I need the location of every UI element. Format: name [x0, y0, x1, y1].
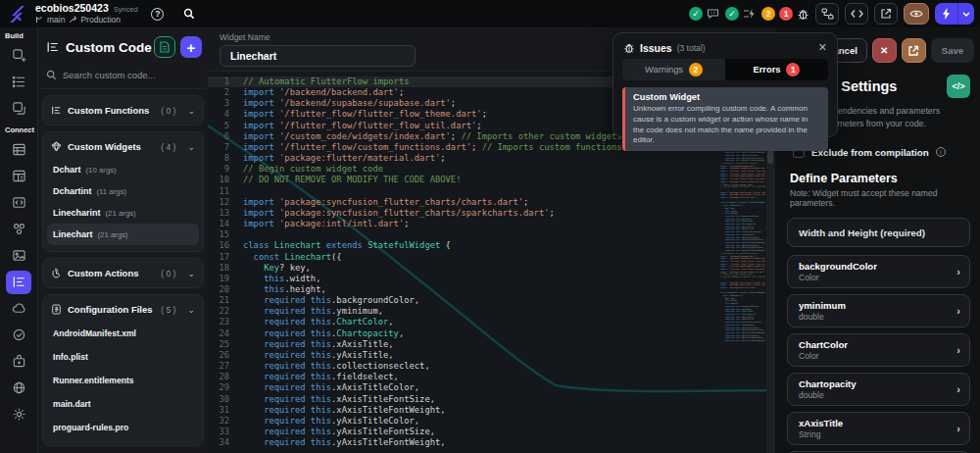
section-configuration-files: Configuration Files ( 5 ) ⌄ AndroidManif… — [42, 294, 204, 446]
top-bar: ecobios250423 Synced main Production ? — [0, 0, 980, 27]
widget-tree-button[interactable] — [815, 3, 839, 25]
nav-connect-label: Connect — [0, 126, 34, 134]
open-external-button[interactable] — [874, 3, 898, 25]
section-header-widgets[interactable]: Custom Widgets ( 4 ) ⌄ — [43, 134, 203, 159]
nav-build-label: Build — [0, 31, 24, 40]
nav-automated-tests[interactable] — [6, 324, 31, 347]
section-header-functions[interactable]: Custom Functions ( 0 ) ⌄ — [43, 98, 203, 123]
parameter-list: backgroundColor Color › yminimum double … — [787, 255, 970, 453]
hierarchy-icon — [821, 8, 834, 20]
issues-title: Issues — [640, 42, 672, 54]
tab-errors[interactable]: Errors 1 — [725, 59, 828, 80]
define-parameters-note: Note: Widget must accept these named par… — [775, 185, 980, 208]
tab-warnings[interactable]: Warnings 2 — [622, 59, 725, 80]
code-settings-button[interactable]: </> — [947, 75, 970, 98]
nav-app-distribution[interactable] — [6, 350, 31, 374]
eye-icon — [909, 9, 923, 19]
section-custom-widgets: Custom Widgets ( 4 ) ⌄ Dchart (10 args) … — [42, 131, 204, 252]
nav-api-calls[interactable] — [6, 191, 31, 215]
open-editor-button[interactable] — [902, 38, 926, 63]
custom-code-icon — [46, 40, 60, 54]
discard-button[interactable]: ✕ — [872, 38, 897, 63]
run-button[interactable] — [935, 3, 974, 25]
nav-integrations[interactable] — [6, 218, 31, 241]
issues-total: (3 total) — [677, 43, 706, 53]
save-button[interactable]: Save — [931, 38, 974, 63]
project-info[interactable]: ecobios250423 Synced main Production — [35, 3, 138, 25]
external-link-icon — [880, 8, 892, 20]
issues-indicator[interactable]: 2 1 — [761, 7, 809, 21]
widget-list-item[interactable]: Linecharint (21 args) — [47, 202, 199, 224]
search-button[interactable] — [177, 2, 201, 25]
nav-settings[interactable] — [6, 403, 31, 427]
optimize-icon — [743, 8, 756, 20]
section-custom-functions: Custom Functions ( 0 ) ⌄ — [42, 95, 204, 126]
chevron-down-icon: ⌄ — [187, 269, 195, 278]
preview-button[interactable] — [904, 3, 929, 25]
close-icon[interactable]: ✕ — [818, 41, 827, 54]
help-button[interactable]: ? — [146, 2, 170, 25]
status-optimize[interactable]: ✓ — [725, 7, 756, 21]
errors-badge: 1 — [779, 7, 793, 21]
parameter-card[interactable]: ChartColor Color › — [787, 333, 970, 367]
config-file-item[interactable]: Runner.entitlements — [47, 369, 199, 392]
widget-name-input[interactable]: Linechart — [220, 45, 416, 67]
parameter-card[interactable]: backgroundColor Color › — [787, 255, 970, 288]
check-icon: ✓ — [725, 7, 739, 21]
parameter-card[interactable]: xAxisTitle String › — [787, 412, 970, 445]
parameter-card[interactable]: Chartopacity double › — [787, 373, 970, 406]
info-icon[interactable]: i — [936, 147, 946, 157]
config-file-item[interactable]: AndroidManifest.xml — [47, 322, 199, 345]
config-file-item[interactable]: proguard-rules.pro — [47, 416, 199, 439]
flutterflow-logo[interactable] — [0, 0, 33, 27]
external-link-icon — [907, 45, 919, 57]
search-custom-code[interactable]: Search custom code... — [38, 64, 208, 89]
width-height-parameter[interactable]: Width and Height (required) — [787, 218, 970, 247]
nav-rail: Build Connect — [0, 27, 37, 453]
chevron-down-icon[interactable] — [958, 3, 974, 25]
nav-database[interactable] — [6, 138, 31, 162]
config-file-item[interactable]: Info.plist — [47, 345, 199, 369]
bug-icon — [797, 8, 809, 21]
check-icon: ✓ — [689, 7, 703, 21]
error-message: Unknown error compiling custom code. A c… — [633, 104, 820, 146]
widget-list-item[interactable]: Linechart (21 args) — [47, 224, 199, 245]
search-icon — [46, 70, 57, 80]
nav-page-elements[interactable] — [6, 71, 31, 94]
nav-pages[interactable] — [6, 97, 31, 121]
config-file-item[interactable]: main.dart — [47, 392, 199, 416]
nav-media-assets[interactable] — [6, 244, 31, 268]
chevron-down-icon: ⌄ — [187, 142, 195, 152]
nav-widget-add[interactable] — [6, 44, 31, 68]
branch-name[interactable]: main — [47, 16, 65, 25]
parameter-card[interactable]: yminimum double › — [787, 294, 970, 327]
flutterflow-app: ecobios250423 Synced main Production ? — [0, 0, 980, 453]
custom-code-panel: Custom Code + Search custom code... Cust… — [37, 27, 208, 453]
section-header-config[interactable]: Configuration Files ( 5 ) ⌄ — [43, 297, 203, 322]
view-code-button[interactable] — [845, 3, 868, 25]
panel-title: Custom Code — [66, 40, 152, 55]
warnings-badge: 2 — [761, 7, 775, 21]
section-header-actions[interactable]: Custom Actions ( 0 ) ⌄ — [43, 261, 203, 285]
nav-web-publishing[interactable] — [6, 377, 31, 400]
widget-list-item[interactable]: Dchartint (11 args) — [47, 180, 199, 202]
sync-status: Synced — [114, 6, 138, 14]
bug-icon — [623, 42, 635, 54]
action-icon — [51, 268, 62, 278]
add-custom-code-button[interactable]: + — [180, 36, 202, 58]
error-card[interactable]: Custom Widget Unknown error compiling cu… — [622, 87, 828, 151]
chevron-right-icon: › — [956, 344, 960, 356]
code-icon — [851, 9, 863, 19]
nav-data-schema[interactable] — [6, 165, 31, 188]
status-review[interactable]: ✓ — [689, 7, 719, 21]
copy-code-button[interactable] — [154, 36, 175, 58]
nav-custom-code[interactable] — [6, 271, 31, 294]
issues-popup: Issues (3 total) ✕ Warnings 2 Errors 1 C… — [612, 32, 838, 137]
environment-name[interactable]: Production — [80, 16, 121, 25]
widget-list-item[interactable]: Dchart (10 args) — [47, 159, 199, 180]
section-custom-actions: Custom Actions ( 0 ) ⌄ — [42, 258, 204, 288]
project-name: ecobios250423 — [35, 3, 109, 15]
function-icon — [51, 105, 62, 116]
branch-icon — [35, 16, 43, 24]
nav-cloud-functions[interactable] — [6, 297, 31, 321]
